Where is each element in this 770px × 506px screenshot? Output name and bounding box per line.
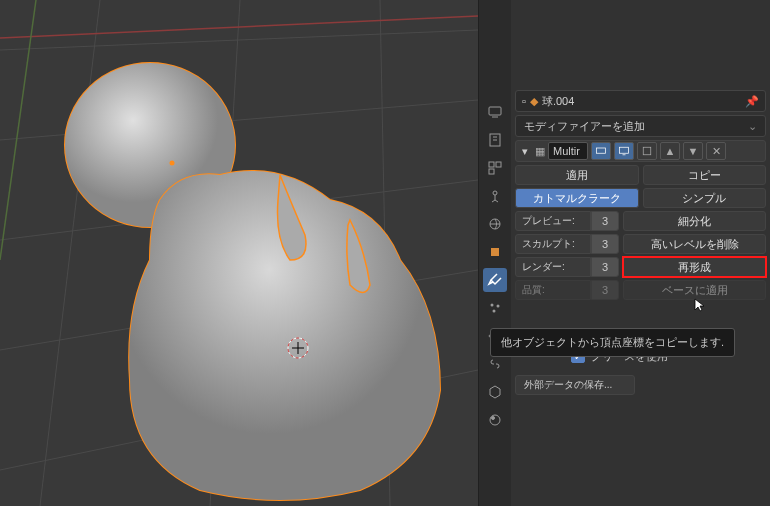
svg-point-22 [497,305,500,308]
copy-button[interactable]: コピー [643,165,767,185]
sculpt-level-value[interactable]: 3 [591,234,619,254]
quality-value[interactable]: 3 [591,280,619,300]
catmull-clark-button[interactable]: カトマルクラーク [515,188,639,208]
mouse-cursor-icon [693,297,709,317]
svg-rect-28 [597,148,606,153]
quality-label: 品質: [515,280,591,300]
delete-higher-button[interactable]: 高いレベルを削除 [623,234,766,254]
svg-point-26 [490,415,500,425]
svg-rect-16 [496,162,501,167]
tab-scene-icon[interactable] [483,184,507,208]
svg-point-18 [493,191,497,195]
modifier-name-field[interactable]: Multir [548,142,588,160]
svg-line-0 [0,30,478,50]
tab-viewlayer-icon[interactable] [483,156,507,180]
move-down-icon[interactable]: ▼ [683,142,703,160]
svg-rect-29 [620,147,629,153]
tab-output-icon[interactable] [483,128,507,152]
sculpt-level-label: スカルプト: [515,234,591,254]
move-up-icon[interactable]: ▲ [660,142,680,160]
apply-button[interactable]: 適用 [515,165,639,185]
display-render-icon[interactable] [591,142,611,160]
svg-line-5 [40,0,100,506]
svg-point-21 [491,304,494,307]
chevron-down-icon: ⌄ [748,120,757,133]
properties-tabs [479,0,511,506]
breadcrumb[interactable]: ▫ ◆ 球.004 📌 [515,90,766,112]
properties-region: ▫ ◆ 球.004 📌 モディファイアーを追加 ⌄ ▾ ▦ Multir ▲ ▼… [478,0,770,506]
preview-level-label: プレビュー: [515,211,591,231]
svg-rect-30 [643,147,651,155]
reshape-button[interactable]: 再形成 [623,257,766,277]
collapse-toggle-icon[interactable]: ▾ [518,145,532,158]
svg-rect-15 [489,162,494,167]
preview-level-value[interactable]: 3 [591,211,619,231]
tab-world-icon[interactable] [483,212,507,236]
add-modifier-dropdown[interactable]: モディファイアーを追加 ⌄ [515,115,766,137]
modifier-header: ▾ ▦ Multir ▲ ▼ ✕ [515,140,766,162]
render-level-label: レンダー: [515,257,591,277]
tab-data-icon[interactable] [483,380,507,404]
tab-object-icon[interactable] [483,240,507,264]
svg-point-27 [492,417,495,420]
tab-particle-icon[interactable] [483,296,507,320]
svg-rect-13 [489,107,501,115]
add-modifier-label: モディファイアーを追加 [524,119,645,134]
close-icon[interactable]: ✕ [706,142,726,160]
simple-button[interactable]: シンプル [643,188,767,208]
tab-modifier-icon[interactable] [483,268,507,292]
multires-icon: ▦ [535,145,545,158]
tab-render-icon[interactable] [483,100,507,124]
svg-point-23 [493,310,496,313]
display-viewport-icon[interactable] [614,142,634,160]
properties-panel: ▫ ◆ 球.004 📌 モディファイアーを追加 ⌄ ▾ ▦ Multir ▲ ▼… [511,0,770,506]
object-name: 球.004 [542,94,574,109]
tab-material-icon[interactable] [483,408,507,432]
mesh-icon: ◆ [530,95,538,108]
subdivide-button[interactable]: 細分化 [623,211,766,231]
svg-rect-17 [489,169,494,174]
tooltip: 他オブジェクトから頂点座標をコピーします. [490,328,735,357]
viewport-canvas [0,0,478,506]
origin-sphere [170,161,175,166]
display-edit-icon[interactable] [637,142,657,160]
axis-y [0,0,36,260]
save-external-button[interactable]: 外部データの保存... [515,375,635,395]
pin-icon[interactable]: 📌 [745,95,759,108]
datablock-icon: ▫ [522,95,526,107]
svg-rect-20 [491,248,499,256]
render-level-value[interactable]: 3 [591,257,619,277]
viewport-3d[interactable] [0,0,478,506]
